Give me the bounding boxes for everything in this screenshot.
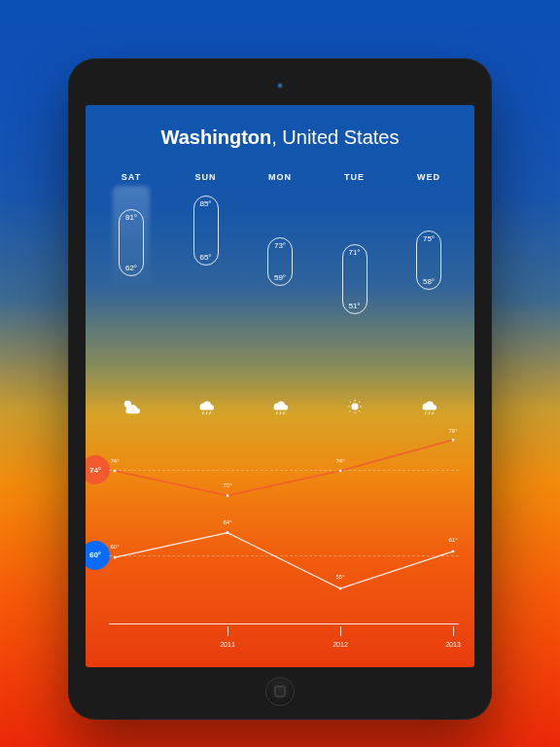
app-screen[interactable]: Washington, United States SAT81°62°SUN85… <box>86 105 474 667</box>
x-tick <box>340 626 341 636</box>
temp-range-pill: 81°62° <box>119 209 144 276</box>
svg-rect-24 <box>227 532 228 534</box>
grid-line <box>109 555 459 556</box>
x-axis <box>109 623 459 624</box>
x-tick <box>453 626 454 636</box>
history-chart: 74° 60° 74°70°74°79°60°64°55°61°20112012… <box>86 416 474 667</box>
partly-cloudy-icon <box>101 398 161 415</box>
temp-low: 65° <box>199 253 211 262</box>
day-label: SUN <box>176 172 236 182</box>
temp-low: 59° <box>274 273 286 282</box>
day-column-sun[interactable]: SUN85°65° <box>176 172 236 374</box>
x-tick-label: 2012 <box>332 641 348 648</box>
rain-icon <box>399 398 459 415</box>
camera-dot <box>278 84 282 88</box>
high-badge: 74° <box>86 455 110 484</box>
svg-rect-25 <box>339 587 341 589</box>
svg-line-5 <box>280 411 281 414</box>
country-name: United States <box>282 126 399 148</box>
svg-line-18 <box>433 411 434 414</box>
temp-high: 73° <box>274 241 286 250</box>
svg-line-12 <box>349 402 350 403</box>
day-label: MON <box>250 172 310 182</box>
day-column-mon[interactable]: MON73°59° <box>250 172 310 374</box>
svg-line-16 <box>425 411 426 414</box>
temp-range-pill: 75°58° <box>416 231 441 290</box>
data-label: 79° <box>448 428 457 434</box>
svg-rect-22 <box>452 439 454 441</box>
svg-line-13 <box>359 410 360 411</box>
svg-line-1 <box>202 411 203 414</box>
sunny-icon <box>325 398 385 415</box>
low-badge: 60° <box>86 541 110 570</box>
svg-point-7 <box>351 403 358 409</box>
location-title: Washington, United States <box>86 126 474 149</box>
data-label: 70° <box>223 482 231 488</box>
temp-range-pill: 85°65° <box>193 196 219 266</box>
temp-high: 85° <box>199 199 211 208</box>
tablet-frame: Washington, United States SAT81°62°SUN85… <box>68 58 492 720</box>
temp-range-pill: 73°59° <box>267 237 293 287</box>
day-column-tue[interactable]: TUE71°51° <box>325 172 385 374</box>
day-column-wed[interactable]: WED75°58° <box>399 172 459 374</box>
svg-rect-20 <box>227 494 228 496</box>
data-label: 55° <box>335 574 344 580</box>
temp-high: 81° <box>125 213 137 222</box>
home-button[interactable] <box>265 677 295 706</box>
svg-rect-26 <box>452 551 454 552</box>
title-sep: , <box>271 126 282 148</box>
x-tick-label: 2011 <box>220 641 235 648</box>
forecast-row: SAT81°62°SUN85°65°MON73°59°TUE71°51°WED7… <box>101 172 459 374</box>
rain-icon <box>176 398 236 415</box>
day-label: SAT <box>101 172 161 182</box>
x-tick <box>228 626 228 636</box>
day-label: TUE <box>325 172 385 182</box>
svg-rect-23 <box>114 556 116 558</box>
data-label: 60° <box>110 544 119 550</box>
grid-line <box>109 470 459 471</box>
temp-high: 75° <box>423 234 435 243</box>
city-name: Washington <box>161 126 272 148</box>
svg-line-15 <box>349 410 350 411</box>
svg-line-2 <box>206 411 207 414</box>
x-tick-label: 2013 <box>445 641 461 648</box>
data-label: 61° <box>448 537 457 543</box>
svg-line-4 <box>276 411 277 414</box>
svg-line-14 <box>359 402 360 403</box>
data-label: 74° <box>335 458 344 464</box>
day-label: WED <box>399 172 459 182</box>
temp-range-pill: 71°51° <box>342 244 368 314</box>
svg-line-6 <box>284 411 285 414</box>
svg-line-17 <box>429 411 430 414</box>
temp-low: 62° <box>125 264 137 272</box>
chart-lines <box>109 416 459 624</box>
temp-low: 51° <box>348 302 360 310</box>
temp-high: 71° <box>348 248 360 257</box>
svg-line-3 <box>209 411 210 414</box>
data-label: 64° <box>223 519 231 525</box>
rain-icon <box>250 398 310 415</box>
day-column-sat[interactable]: SAT81°62° <box>101 172 161 374</box>
data-label: 74° <box>110 458 119 464</box>
temp-low: 58° <box>423 277 435 286</box>
